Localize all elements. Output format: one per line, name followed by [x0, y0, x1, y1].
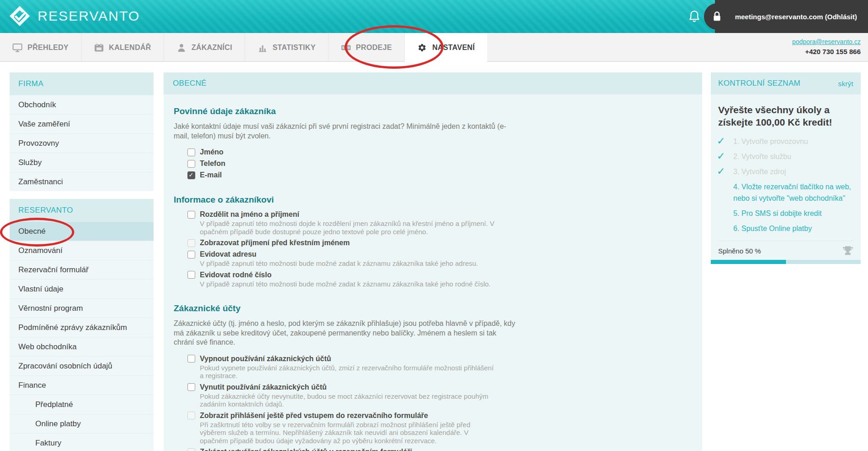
sidebar-section-title: RESERVANTO [10, 199, 154, 221]
option-vypnout-pouzivani-zakaznickych-uctu: Vypnout používání zákaznických účtůPokud… [187, 355, 688, 380]
sidebar-item-predplatne[interactable]: Předplatné [10, 395, 154, 414]
tab-label: PRODEJE [356, 44, 392, 52]
checklist-item-4[interactable]: 4. Vložte rezervační tlačítko na web, ne… [718, 181, 853, 204]
tab-zakaznici[interactable]: ZÁKAZNÍCI [164, 33, 245, 62]
checkbox-zobrazit-prihlaseni-jeste-pred-vstupem [187, 412, 195, 419]
option-label: E-mail [200, 171, 222, 179]
sidebar-item-vlastni-udaje[interactable]: Vlastní údaje [10, 279, 154, 298]
option-rozdelit-na-jmeno-a-prijmeni: Rozdělit na jméno a příjmeníV případě za… [187, 210, 688, 236]
option-help: V případě zapnutí této možnosti bude mož… [200, 259, 497, 268]
checklist-item-3: ✓3. Vytvořte zdroj [718, 166, 853, 177]
section-zakaznicke-ucty: Zákaznické účtyZákaznické účty (tj. jmén… [174, 303, 688, 451]
main-nav: PŘEHLEDYKALENDÁŘZÁKAZNÍCISTATISTIKYPRODE… [0, 33, 868, 62]
option-evidovat-rodne-cislo: Evidovat rodné čísloV případě zapnutí té… [187, 271, 688, 288]
page-title: OBECNÉ [164, 72, 702, 94]
section-intro: Jaké kontaktní údaje musí vaši zákazníci… [174, 122, 516, 141]
banknote-icon [341, 43, 351, 52]
checkbox-e-mail[interactable] [187, 171, 195, 179]
check-icon: ✓ [717, 136, 733, 147]
option-zobrazovat-prijmeni-pred-krestnim-jmenem: Zobrazovat příjmení před křestním jménem [187, 239, 688, 247]
tab-kalendar[interactable]: KALENDÁŘ [81, 33, 164, 62]
checklist-item-label: 5. Pro SMS si dobijte kredit [733, 208, 822, 219]
sidebar-item-podminene-zpravy-zakaznikum[interactable]: Podmíněné zprávy zákazníkům [10, 318, 154, 337]
checklist-item-label: 3. Vytvořte zdroj [733, 166, 786, 177]
sidebar-section-firma: FIRMAObchodníkVaše zaměřeníProvozovnySlu… [10, 72, 154, 191]
notifications-bell-icon[interactable] [687, 9, 702, 24]
check-placeholder [717, 181, 733, 204]
tab-statistiky[interactable]: STATISTIKY [245, 33, 328, 62]
tab-prodeje[interactable]: PRODEJE [328, 33, 405, 62]
sidebar-item-online-platby[interactable]: Online platby [10, 414, 154, 433]
trophy-icon [842, 246, 853, 256]
person-icon [176, 43, 187, 52]
brand-name: RESERVANTO [38, 8, 140, 24]
option-label: Telefon [200, 160, 225, 168]
tab-label: KALENDÁŘ [109, 44, 151, 52]
option-label: Evidovat adresu [200, 250, 257, 258]
lock-badge [704, 3, 731, 30]
settings-main-panel: OBECNÉ Povinné údaje zákazníkaJaké konta… [164, 72, 702, 451]
tab-label: STATISTIKY [273, 44, 316, 52]
sidebar-item-obchodnik[interactable]: Obchodník [10, 95, 154, 114]
option-vynutit-pouzivani-zakaznickych-uctu: Vynutit používání zákaznických účtůPokud… [187, 383, 688, 408]
sidebar-item-rezervacni-formular[interactable]: Rezervační formulář [10, 260, 154, 279]
tab-prehledy[interactable]: PŘEHLEDY [0, 33, 81, 62]
checkbox-evidovat-rodne-cislo[interactable] [187, 271, 195, 279]
option-label: Zakázat vytváření zákaznických účtů v re… [200, 448, 412, 451]
checklist-panel: KONTROLNÍ SEZNAM skrýt Vyřešte všechny ú… [711, 72, 861, 264]
checklist-item-6[interactable]: 6. Spusťte Online platby [718, 223, 853, 234]
option-label: Jméno [200, 148, 224, 156]
sidebar-item-zpracovani-osobnich-udaju[interactable]: Zpracování osobních údajů [10, 356, 154, 375]
sidebar-item-obecne[interactable]: Obecné [10, 221, 154, 241]
section-heading: Povinné údaje zákazníka [174, 106, 688, 116]
checkbox-zobrazovat-prijmeni-pred-krestnim-jmenem [187, 239, 195, 247]
hide-checklist-link[interactable]: skrýt [838, 80, 853, 88]
settings-sections: Povinné údaje zákazníkaJaké kontaktní úd… [164, 94, 702, 451]
progress-fill [711, 260, 786, 264]
checkbox-rozdelit-na-jmeno-a-prijmeni[interactable] [187, 211, 195, 219]
sidebar-item-finance[interactable]: Finance [10, 375, 154, 395]
tab-nastaveni[interactable]: NASTAVENÍ [404, 33, 487, 62]
option-zakazat-vytvareni-zakaznickych-uctu: Zakázat vytváření zákaznických účtů v re… [187, 448, 688, 451]
checkbox-evidovat-adresu[interactable] [187, 251, 195, 258]
logged-in-user[interactable]: meetings@reservanto.com (Odhlásit) [735, 13, 857, 21]
user-account-block[interactable]: meetings@reservanto.com (Odhlásit) [715, 0, 868, 33]
sidebar-item-provozovny[interactable]: Provozovny [10, 133, 154, 153]
option-label: Rozdělit na jméno a příjmení [200, 210, 299, 219]
checklist-item-label: 6. Spusťte Online platby [733, 223, 812, 234]
checkbox-vynutit-pouzivani-zakaznickych-uctu[interactable] [187, 383, 195, 391]
sidebar-item-faktury[interactable]: Faktury [10, 433, 154, 451]
checkbox-vypnout-pouzivani-zakaznickych-uctu[interactable] [187, 355, 195, 363]
support-email-link[interactable]: podpora@reservanto.cz [792, 37, 861, 47]
progress-row: Splněno 50 % [718, 241, 853, 260]
option-evidovat-adresu: Evidovat adresuV případě zapnutí této mo… [187, 250, 688, 268]
section-intro: Zákaznické účty (tj. jméno a heslo, pod … [174, 319, 516, 347]
sidebar-item-vernostni-program[interactable]: Věrnostní program [10, 298, 154, 318]
calendar-icon [94, 43, 104, 52]
tab-label: ZÁKAZNÍCI [192, 44, 232, 52]
sidebar-item-web-obchodnika[interactable]: Web obchodníka [10, 337, 154, 356]
sidebar-item-vase-zamereni[interactable]: Vaše zaměření [10, 114, 154, 133]
sidebar-section-title: FIRMA [10, 72, 154, 95]
sidebar-item-oznamovani[interactable]: Oznamování [10, 241, 154, 260]
monitor-icon [12, 43, 22, 52]
checklist-item-label: 1. Vytvořte provozovnu [733, 136, 808, 147]
option-label: Vynutit používání zákaznických účtů [200, 383, 327, 391]
option-label: Zobrazit přihlášení ještě před vstupem d… [200, 412, 428, 420]
checklist-item-label: 2. Vytvořte službu [733, 151, 791, 162]
app-header: RESERVANTO meetings@reservanto.com (Odhl… [0, 0, 868, 33]
checkbox-telefon[interactable] [187, 160, 195, 168]
checkbox-jmeno[interactable] [187, 148, 195, 156]
option-label: Vypnout používání zákaznických účtů [200, 355, 331, 363]
checklist-item-5[interactable]: 5. Pro SMS si dobijte kredit [718, 208, 853, 219]
sidebar-item-sluzby[interactable]: Služby [10, 153, 154, 172]
option-help: Pokud vypnete používání zákaznických účt… [200, 364, 497, 380]
support-phone: +420 730 155 866 [792, 47, 861, 56]
checklist-body: Vyřešte všechny úkoly a získejte 100,00 … [711, 94, 861, 264]
sidebar-section-reservanto: RESERVANTOObecnéOznamováníRezervační for… [10, 199, 154, 451]
check-icon: ✓ [717, 166, 733, 177]
option-help: V případě zapnutí této možnosti bude mož… [200, 280, 497, 288]
sidebar-item-zamestnanci[interactable]: Zaměstnanci [10, 172, 154, 191]
progress-label: Splněno 50 % [718, 247, 761, 255]
section-heading: Zákaznické účty [174, 303, 688, 314]
